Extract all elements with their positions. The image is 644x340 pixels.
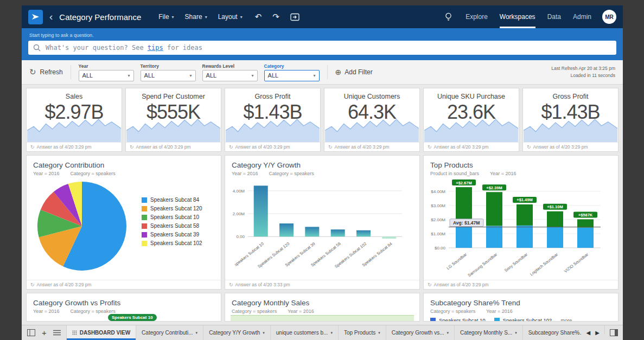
svg-text:$2.00M: $2.00M [431, 217, 445, 222]
tab-dashboard-view[interactable]: DASHBOARD VIEW [67, 325, 136, 340]
bottom-tab-2[interactable]: unique customers b...▾ [271, 325, 339, 340]
tab-label: Top Products [344, 330, 375, 336]
nav-item-workspaces[interactable]: Workspaces [500, 5, 535, 28]
yy-bar-0[interactable] [254, 185, 268, 236]
legend-item[interactable]: Speakers Subcat 120 [142, 206, 202, 211]
yy-bar-3[interactable] [331, 229, 345, 236]
panel-category-yy-growth[interactable]: Category Y/Y Growth Year = 2016 Category… [225, 155, 420, 290]
top-bar-base-0[interactable] [456, 225, 472, 248]
filter-select[interactable]: ALL▾ [79, 70, 134, 81]
search-band: Start typing to ask a question. What's y… [22, 28, 623, 60]
caret-down-icon: ▾ [240, 15, 243, 20]
panel-top-products[interactable]: Top Products Product in sound_bars Year … [423, 155, 619, 290]
lightbulb-icon[interactable] [442, 11, 455, 23]
yy-bar-4[interactable] [356, 230, 371, 237]
top-bar-delta-3[interactable] [547, 211, 563, 227]
add-filter-button[interactable]: ⊕ Add Filter [335, 68, 373, 76]
kpi-card-0[interactable]: Sales$2.97B↻Answer as of 4/20 3:29 pm [26, 88, 122, 152]
bar-chart[interactable]: 4.00M2.00M0.00speakers Subcat 10Speakers… [225, 177, 407, 273]
legend-item[interactable]: Speakers Subcat 10 [142, 214, 202, 220]
legend-swatch [142, 197, 147, 203]
stacked-bar-chart[interactable]: $4.00M$3.00M$2.00M$1.00M$0.00+$2.67MLG S… [424, 177, 606, 279]
kpi-card-1[interactable]: Spend Per Customer$555K↻Answer as of 4/2… [125, 88, 221, 152]
bottom-tab-1[interactable]: Category Y/Y Growth▾ [203, 325, 271, 340]
yy-bar-1[interactable] [279, 223, 294, 236]
panel-category-monthly-sales[interactable]: Category Monthly Sales Category = speake… [225, 293, 420, 322]
legend-item[interactable]: Speakers Subcat 102 [142, 240, 202, 246]
menu-share[interactable]: Share▾ [181, 11, 212, 23]
yy-bar-2[interactable] [305, 227, 319, 236]
top-bar-delta-1[interactable] [486, 192, 502, 226]
x-axis-label: Samsung Soundbar [467, 252, 498, 278]
bottom-tab-5[interactable]: Category Monthly S...▾ [455, 325, 523, 340]
panel-subcategory-share-trend[interactable]: Subcategory Share% Trend Category = spea… [423, 293, 619, 322]
caret-down-icon: ▾ [252, 73, 254, 78]
filter-select[interactable]: ALL▾ [264, 70, 320, 81]
add-filter-label: Add Filter [345, 68, 372, 76]
menu-layout[interactable]: Layout▾ [214, 11, 247, 23]
back-chevron-icon[interactable]: ‹ [48, 11, 54, 23]
legend-label: Speakers Subcat 84 [150, 197, 199, 203]
bottom-tab-4[interactable]: Category Growth vs...▾ [386, 325, 455, 340]
tips-link[interactable]: tips [148, 44, 163, 52]
panel-category-growth-vs-profits[interactable]: Category Growth vs Profits Year = 2016 C… [26, 293, 221, 322]
top-bar-delta-2[interactable] [517, 204, 533, 226]
subtitle-item: Category = speakers [232, 309, 277, 314]
filter-select[interactable]: ALL▾ [141, 70, 196, 81]
search-input[interactable]: What's your question? See tips for ideas [28, 41, 616, 55]
layout-columns-icon[interactable] [27, 329, 35, 336]
tab-next-button[interactable]: ▶ [595, 330, 600, 336]
bottom-tab-3[interactable]: Top Products▾ [339, 325, 386, 340]
nav-item-data[interactable]: Data [547, 5, 561, 28]
kpi-title: Sales [27, 93, 122, 100]
refresh-button[interactable]: ↻ Refresh [29, 67, 63, 77]
add-tab-button[interactable]: + [42, 329, 47, 337]
export-icon[interactable] [288, 12, 302, 22]
undo-icon[interactable]: ↶ [252, 11, 265, 23]
kpi-card-3[interactable]: Unique Customers64.3K↻Answer as of 4/20 … [324, 88, 420, 152]
top-bar-base-4[interactable] [577, 228, 594, 248]
top-bar-delta-4[interactable] [577, 219, 594, 227]
pie-chart[interactable]: Speakers Subcat 84Speakers Subcat 120Spe… [27, 177, 221, 275]
legend-item[interactable]: Speakers Subcat 102 [494, 317, 552, 322]
top-bar-base-3[interactable] [547, 227, 563, 248]
avatar[interactable]: MR [602, 10, 616, 24]
kpi-card-2[interactable]: Gross Profit$1.43B↻Answer as of 4/20 3:2… [225, 88, 321, 152]
panel-toggle-icon[interactable] [610, 329, 618, 336]
legend-item[interactable]: Speakers Subcat 10 [430, 317, 486, 322]
x-axis-label: VIZIO Soundbar [563, 252, 590, 274]
divider [604, 325, 605, 334]
bottom-tab-6[interactable]: Subcategory Share%...▾ [523, 325, 582, 340]
refresh-icon: ↻ [229, 144, 233, 150]
nav-item-admin[interactable]: Admin [573, 5, 591, 28]
subtitle-item: Year = 2016 [33, 309, 59, 314]
placeholder-suffix: for ideas [163, 44, 202, 52]
legend-more[interactable]: more... [560, 318, 576, 322]
filter-select[interactable]: ALL▾ [202, 70, 258, 81]
legend-item[interactable]: Speakers Subcat 39 [142, 232, 202, 238]
bottom-tab-0[interactable]: Category Contributi...▾ [136, 325, 203, 340]
panel-subtitle: Year = 2016 Category = speakers [225, 169, 419, 176]
card-footer: ↻ Answer as of 4/20 3:29 pm [424, 280, 618, 289]
list-icon[interactable] [53, 330, 61, 336]
panel-category-contribution[interactable]: Category Contribution Year = 2016 Catego… [26, 155, 221, 290]
legend-item[interactable]: Speakers Subcat 58 [142, 223, 202, 229]
legend-item[interactable]: Speakers Subcat 84 [142, 197, 202, 203]
legend-label: Speakers Subcat 10 [150, 214, 199, 220]
nav-item-explore[interactable]: Explore [466, 5, 488, 28]
subtitle-item: Category = speakers [70, 171, 115, 176]
kpi-value: $1.43B [225, 101, 320, 124]
caret-down-icon: ▾ [205, 15, 207, 20]
kpi-card-4[interactable]: Unique SKU Purchase23.6K↻Answer as of 4/… [423, 88, 519, 152]
yy-bar-5[interactable] [382, 236, 396, 239]
bottom-tab-bar: + DASHBOARD VIEW Category Contributi...▾… [22, 325, 623, 340]
redo-icon[interactable]: ↷ [270, 11, 282, 23]
data-point-tag[interactable]: Speakers Subcat 10 [108, 314, 157, 321]
kpi-card-5[interactable]: Gross Profit$1.43B↻Answer as of 4/20 3:2… [522, 88, 619, 152]
last-refresh-info: Last Refresh Apr 20 at 3:25 pm Loaded in… [551, 65, 615, 79]
tab-prev-button[interactable]: ◀ [586, 330, 591, 336]
thoughtspot-logo-icon[interactable] [28, 10, 43, 24]
top-bar-base-1[interactable] [486, 226, 502, 248]
top-bar-base-2[interactable] [517, 226, 533, 248]
menu-file[interactable]: File▾ [154, 11, 178, 23]
